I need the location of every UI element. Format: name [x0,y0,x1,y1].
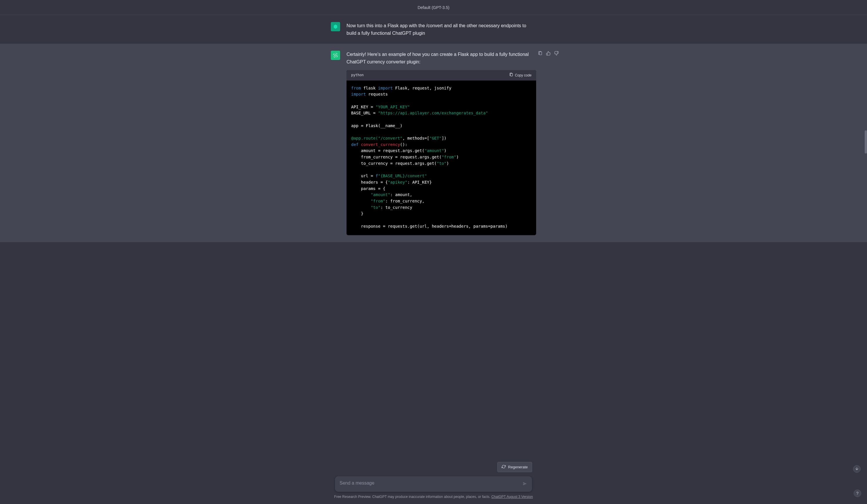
code-language-label: python [351,73,364,78]
thumbs-up-button[interactable] [545,51,551,56]
svg-rect-3 [510,74,512,76]
code-token: to_currency = request.args.get( [351,161,437,166]
code-token: "to" [437,161,447,166]
code-token: requests [366,92,388,97]
clipboard-icon [509,73,513,78]
thumbs-down-icon [554,51,559,56]
code-token: headers = { [351,180,388,185]
code-token: : amount, [390,192,412,197]
user-avatar-icon [333,24,338,29]
code-token: "to" [371,205,381,210]
code-token: : from_currency, [385,199,425,203]
code-token: response = requests.get(url, headers=hea… [351,224,507,229]
regenerate-label: Regenerate [508,465,528,469]
code-token: convert_currency [358,142,400,147]
version-link[interactable]: ChatGPT August 3 Version [491,495,533,499]
app-root: Default (GPT-3.5) Now turn this into a F… [0,0,867,504]
user-message-text: Now turn this into a Flask app with the … [346,22,536,37]
code-header: python Copy code [346,70,536,80]
help-button[interactable]: ? [854,490,861,497]
copy-code-button[interactable]: Copy code [509,73,532,78]
conversation-scroll[interactable]: Now turn this into a Flask app with the … [0,15,867,459]
code-token: "YOUR_API_KEY" [375,105,410,109]
code-token: : API_KEY} [407,180,432,185]
help-icon: ? [856,491,859,496]
code-token: Flask, request, jsonify [393,86,451,90]
code-token: "{BASE_URL}/convert" [378,174,427,178]
disclaimer-text: Free Research Preview. ChatGPT may produ… [334,495,491,499]
message-row-user: Now turn this into a Flask app with the … [0,15,867,44]
code-token: "amount" [425,148,444,153]
code-token: (): [400,142,407,147]
user-avatar [331,22,340,31]
code-token: url = [351,174,375,178]
code-token: "https://api.apilayer.com/exchangerates_… [378,111,488,115]
copy-message-button[interactable] [537,51,543,56]
copy-code-label: Copy code [515,73,532,77]
code-token: def [351,142,358,147]
code-token: from_currency = request.args.get( [351,155,442,159]
code-token: , methods=[ [403,136,429,141]
message-input[interactable] [340,481,521,487]
code-token: "amount" [371,192,390,197]
model-title: Default (GPT-3.5) [418,5,449,10]
code-token: ) [447,161,449,166]
code-token: ) [444,148,446,153]
code-token: amount = request.args.get( [351,148,425,153]
send-button[interactable] [521,480,529,489]
code-token: ]) [442,136,447,141]
svg-marker-1 [334,25,337,29]
code-token: params = { [351,186,385,191]
code-token: @app.route( [351,136,378,141]
send-icon [523,481,527,487]
code-token: "from" [371,199,385,203]
code-token: BASE_URL = [351,111,378,115]
code-token: "GET" [429,136,442,141]
code-token: "/convert" [378,136,403,141]
code-token: "apikey" [388,180,407,185]
code-token: flask [361,86,378,90]
code-token: app = Flask(__name__) [351,123,403,128]
disclaimer: Free Research Preview. ChatGPT may produ… [334,495,533,499]
code-token: import [351,92,366,97]
assistant-avatar [331,51,340,60]
footer: Regenerate Free Research Preview. ChatGP… [0,459,867,504]
message-actions [537,51,559,56]
code-token: API_KEY = [351,105,375,109]
message-input-container [335,476,532,492]
code-token: from [351,86,361,90]
scrollbar-thumb[interactable] [865,130,867,154]
scroll-to-bottom-button[interactable] [853,465,860,473]
code-token: : to_currency [381,205,412,210]
code-token: import [378,86,393,90]
svg-rect-4 [539,52,542,55]
thumbs-up-icon [546,51,550,56]
topbar: Default (GPT-3.5) [0,0,867,15]
code-body[interactable]: from flask import Flask, request, jsonif… [346,80,536,235]
assistant-intro-text: Certainly! Here's an example of how you … [346,51,536,65]
code-token: "from" [442,155,457,159]
share-button[interactable] [854,4,861,11]
assistant-avatar-icon [333,53,338,58]
regenerate-button[interactable]: Regenerate [497,462,532,472]
clipboard-icon [538,51,543,56]
code-token: ) [456,155,458,159]
refresh-icon [502,464,506,470]
svg-point-2 [335,54,336,56]
arrow-down-icon [855,467,859,472]
code-token: f [375,174,378,178]
code-token: } [351,211,363,216]
thumbs-down-button[interactable] [554,51,559,56]
message-row-assistant: Certainly! Here's an example of how you … [0,44,867,242]
code-block: python Copy code from flask import Flask… [346,70,536,235]
